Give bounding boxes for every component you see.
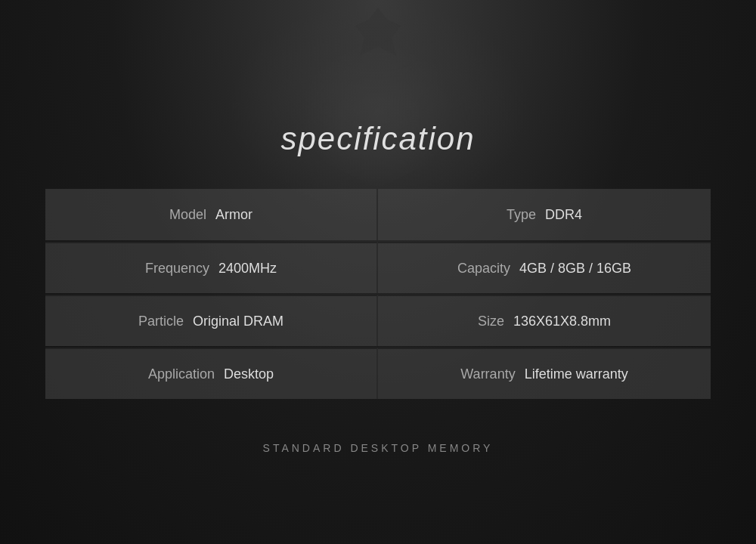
- spec-cell-left-1: Frequency2400MHz: [45, 242, 378, 293]
- spec-label: Frequency: [145, 261, 209, 276]
- spec-label: Type: [507, 207, 536, 222]
- spec-cell-left-3: ApplicationDesktop: [45, 348, 378, 399]
- spec-table: ModelArmorTypeDDR4Frequency2400MHzCapaci…: [45, 187, 711, 400]
- spec-cell-left-2: ParticleOriginal DRAM: [45, 295, 378, 346]
- spec-value: 2400MHz: [218, 261, 277, 276]
- spec-cell-left-0: ModelArmor: [45, 189, 378, 240]
- page-title: specification: [280, 121, 475, 157]
- spec-value: Armor: [215, 207, 253, 222]
- table-row: Frequency2400MHzCapacity4GB / 8GB / 16GB: [45, 242, 711, 293]
- spec-value: Desktop: [224, 366, 274, 382]
- table-row: ModelArmorTypeDDR4: [45, 189, 711, 240]
- footer-text: STANDARD DESKTOP MEMORY: [263, 442, 494, 454]
- spec-value: Original DRAM: [193, 314, 284, 329]
- spec-label: Model: [169, 207, 206, 222]
- spec-label: Application: [148, 366, 215, 382]
- spec-value: 4GB / 8GB / 16GB: [519, 261, 631, 276]
- spec-cell-right-1: Capacity4GB / 8GB / 16GB: [378, 242, 711, 293]
- spec-cell-right-3: WarrantyLifetime warranty: [378, 348, 711, 399]
- spec-cell-right-2: Size136X61X8.8mm: [378, 295, 711, 346]
- spec-label: Capacity: [457, 261, 510, 276]
- main-content: specification ModelArmorTypeDDR4Frequenc…: [0, 0, 756, 544]
- spec-value: 136X61X8.8mm: [513, 314, 611, 329]
- table-row: ParticleOriginal DRAMSize136X61X8.8mm: [45, 295, 711, 346]
- spec-cell-right-0: TypeDDR4: [378, 189, 711, 240]
- spec-value: Lifetime warranty: [525, 366, 628, 382]
- spec-label: Size: [478, 314, 504, 329]
- spec-label: Particle: [138, 314, 184, 329]
- spec-label: Warranty: [460, 366, 515, 382]
- table-row: ApplicationDesktopWarrantyLifetime warra…: [45, 348, 711, 399]
- spec-value: DDR4: [545, 207, 582, 222]
